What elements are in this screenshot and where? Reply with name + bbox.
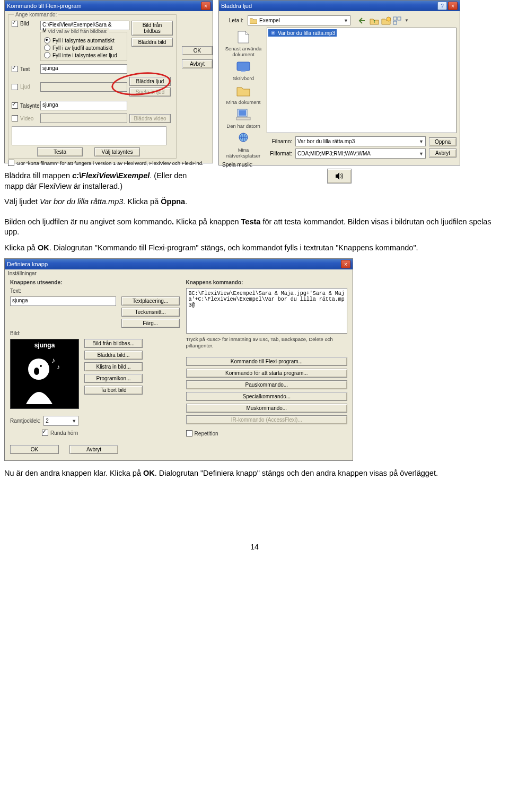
ok-button[interactable]: OK — [182, 46, 213, 55]
bladdra-title: Bläddra ljud — [221, 3, 252, 9]
file-list[interactable]: Var bor du lilla rätta.mp3 — [267, 28, 457, 133]
ramtjocklek-label: Ramtjocklek: — [10, 418, 40, 424]
kommando-starta-button[interactable]: Kommando för att starta program... — [186, 369, 347, 378]
places-sidebar: Senast använda dokument Skrivbord Mina d… — [222, 28, 265, 159]
ljud-label: Ljud — [20, 84, 38, 90]
my-computer-item[interactable]: Den här datorn — [226, 107, 260, 129]
svg-rect-5 — [241, 71, 245, 72]
close-icon[interactable]: × — [201, 2, 210, 10]
bladdra-titlebar: Bläddra ljud ? × — [219, 1, 460, 11]
para-5: Nu är den andra knappen klar. Klicka på … — [4, 468, 505, 479]
back-icon[interactable] — [358, 16, 367, 25]
svg-rect-8 — [236, 117, 250, 120]
svg-rect-1 — [393, 17, 397, 20]
teckensnitt-button[interactable]: Teckensnitt... — [121, 308, 180, 317]
svg-rect-2 — [398, 17, 401, 20]
bild-bildbas-button[interactable]: Bild från bildbas... — [84, 339, 143, 348]
klistra-in-button[interactable]: Klistra in bild... — [84, 362, 143, 371]
spela-musik-label: Spela musik: — [222, 162, 252, 168]
ok-button[interactable]: OK — [10, 445, 59, 454]
speaker-icon — [335, 172, 344, 180]
utseende-heading: Knappens utseende: — [10, 280, 180, 285]
ramtjocklek-dropdown[interactable]: 2▼ — [43, 416, 78, 426]
svg-point-0 — [387, 17, 391, 21]
programikon-button[interactable]: Programikon... — [84, 374, 143, 383]
svg-point-13 — [40, 365, 42, 367]
korta-filnamn-checkbox[interactable] — [8, 160, 14, 166]
kommando-flexi-button[interactable]: Kommando till Flexi-program... — [186, 357, 347, 366]
help-icon[interactable]: ? — [437, 2, 447, 10]
repetition-checkbox[interactable] — [186, 430, 192, 436]
file-item-selected[interactable]: Var bor du lilla rätta.mp3 — [268, 29, 337, 37]
bild-checkbox[interactable] — [12, 21, 18, 27]
bladdra-bild-button[interactable]: Bläddra bild... — [84, 351, 143, 360]
oppna-button[interactable]: Öppna — [429, 137, 457, 146]
kommando-textarea[interactable]: BC:\FlexiView\Exempel\Sara & Maja.jpg+'S… — [186, 288, 347, 334]
svg-rect-4 — [237, 62, 250, 71]
svg-point-12 — [34, 368, 39, 375]
menubar-inst[interactable]: Inställningar — [5, 269, 353, 277]
radio-fyll-inte[interactable] — [44, 52, 50, 58]
filnamn-label: Filnamn: — [267, 138, 292, 144]
svg-text:♪: ♪ — [57, 363, 60, 371]
preview-panel — [12, 126, 166, 145]
network-item[interactable]: Mina nätverksplatser — [222, 131, 265, 159]
text-label: Text: — [10, 288, 180, 294]
para-1: Bläddra till mappen c:\FlexiView\Exempel… — [4, 171, 200, 191]
farg-button[interactable]: Färg... — [121, 319, 180, 328]
repetition-label: Repetition — [195, 431, 218, 436]
ljud-checkbox[interactable] — [12, 84, 18, 90]
close-icon[interactable]: × — [341, 260, 350, 268]
up-folder-icon[interactable] — [370, 16, 379, 25]
page-number: 14 — [4, 543, 505, 551]
specialkommando-button[interactable]: Specialkommando... — [186, 392, 347, 401]
group-label: Ange kommando: — [14, 12, 58, 18]
play-sound-button[interactable] — [327, 169, 352, 184]
radio-group-label: Vid val av bild från bildbas: — [46, 28, 109, 34]
bild-preview: sjunga ♪ ♪ — [10, 339, 79, 409]
talsyntes-checkbox[interactable] — [12, 102, 18, 109]
folder-icon — [250, 18, 257, 24]
text-checkbox[interactable] — [12, 66, 18, 72]
video-checkbox[interactable] — [12, 115, 18, 121]
audio-file-icon — [270, 30, 276, 36]
text-input[interactable]: sjunga — [40, 64, 127, 74]
testa-button[interactable]: Testa — [37, 147, 83, 156]
network-icon — [236, 132, 251, 145]
computer-icon — [236, 108, 251, 121]
filnamn-input[interactable]: Var bor du lilla rätta.mp3▼ — [295, 136, 426, 146]
ta-bort-bild-button[interactable]: Ta bort bild — [84, 386, 143, 395]
talsyntes-input[interactable]: sjunga — [40, 101, 127, 110]
filformat-dropdown[interactable]: CDA;MID;MP3;RMI;WAV;WMA▼ — [295, 149, 426, 159]
textplacering-button[interactable]: Textplacering... — [121, 296, 180, 305]
esc-hint: Tryck på <Esc> för inmatning av Esc, Tab… — [186, 336, 347, 348]
text-input[interactable]: sjunga — [10, 296, 116, 306]
folder-dropdown[interactable]: Exempel ▼ — [248, 15, 350, 25]
bladdra-bild-button[interactable]: Bläddra bild — [131, 38, 173, 47]
avbryt-button[interactable]: Avbryt — [69, 445, 118, 454]
view-icon[interactable] — [393, 16, 402, 25]
ir-kommando-button: IR-kommando (AccessFlexi)... — [186, 415, 347, 424]
avbryt-button[interactable]: Avbryt — [182, 59, 213, 68]
valj-talsyntes-button[interactable]: Välj talsyntes — [94, 147, 140, 156]
avbryt-button[interactable]: Avbryt — [429, 149, 457, 158]
definiera-knapp-dialog: Definiera knapp × Inställningar Knappens… — [4, 258, 353, 461]
muskommando-button[interactable]: Muskommando... — [186, 404, 347, 413]
svg-rect-7 — [239, 110, 246, 116]
folder-docs-icon — [236, 84, 251, 97]
runda-horn-checkbox[interactable] — [42, 430, 48, 436]
svg-rect-3 — [393, 21, 397, 24]
recent-docs-item[interactable]: Senast använda dokument — [222, 30, 265, 57]
radio-talsyntes-auto[interactable] — [44, 37, 50, 43]
new-folder-icon[interactable] — [381, 16, 391, 25]
desktop-item[interactable]: Skrivbord — [233, 59, 254, 81]
close-icon[interactable]: × — [448, 2, 458, 10]
bladdra-video-button: Bläddra video — [129, 114, 171, 123]
radio-ljud-auto[interactable] — [44, 45, 50, 51]
kommando-dialog: Kommando till Flexi-program × Ange komma… — [4, 0, 213, 163]
para-3: Bilden och ljudfilen är nu angivet som k… — [4, 217, 505, 238]
pauskommando-button[interactable]: Pauskommando... — [186, 380, 347, 389]
bild-bildbas-button[interactable]: Bild från bildbas — [131, 21, 173, 36]
my-docs-item[interactable]: Mina dokument — [226, 83, 261, 105]
bladdra-ljud-dialog: Bläddra ljud ? × Leta i: Exempel ▼ — [218, 0, 460, 165]
